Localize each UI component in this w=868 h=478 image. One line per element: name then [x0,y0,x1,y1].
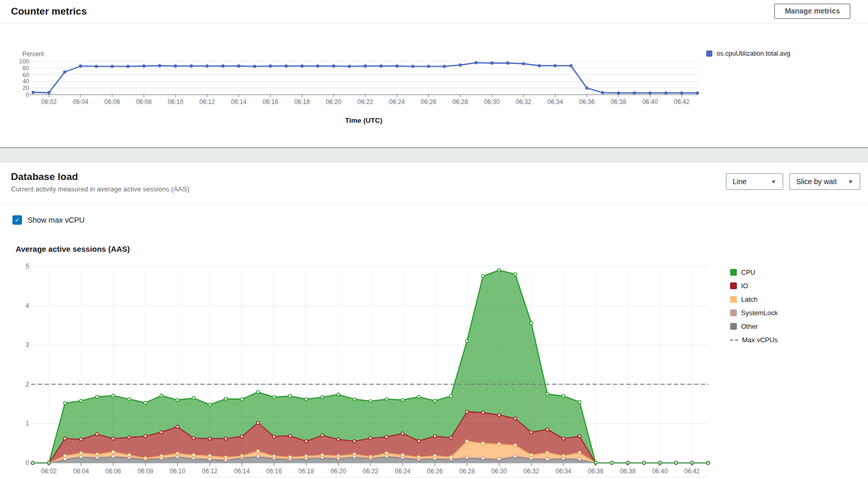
legend-item-other: Other [730,322,778,330]
svg-text:4: 4 [25,302,29,309]
svg-text:06:28: 06:28 [459,468,475,475]
legend-item-max-vcpus: Max vCPUs [730,336,778,344]
performance-insights-page: 020406080100Percent06:0206:0406:0606:080… [0,0,868,478]
svg-text:06:02: 06:02 [41,468,57,475]
svg-text:06:32: 06:32 [524,468,539,475]
svg-text:06:16: 06:16 [263,98,278,106]
database-load-subtitle: Current activity measured in average act… [11,185,189,193]
svg-text:100: 100 [19,58,29,64]
svg-text:06:10: 06:10 [168,98,183,106]
legend-swatch-icon [730,269,737,276]
svg-text:06:32: 06:32 [516,98,531,106]
svg-text:06:36: 06:36 [588,468,604,475]
legend-label: IO [741,282,748,290]
svg-text:06:16: 06:16 [266,468,282,475]
legend-item-systemlock: SystemLock [730,309,778,317]
legend-swatch-icon [730,282,737,289]
chevron-down-icon: ▼ [771,178,776,185]
svg-text:06:22: 06:22 [363,468,378,475]
svg-text:06:06: 06:06 [106,468,121,475]
svg-text:06:14: 06:14 [234,468,250,475]
svg-text:06:42: 06:42 [674,98,690,106]
svg-text:06:14: 06:14 [231,98,247,106]
svg-text:06:26: 06:26 [421,98,437,106]
svg-text:5: 5 [25,263,29,270]
svg-text:60: 60 [22,72,29,78]
svg-text:06:08: 06:08 [136,98,151,106]
svg-text:0: 0 [25,459,29,467]
svg-text:06:30: 06:30 [484,98,500,106]
legend-swatch-icon [730,296,737,303]
counter-metrics-header: Counter metrics [0,0,868,24]
svg-text:06:34: 06:34 [547,98,563,106]
svg-text:06:12: 06:12 [199,98,215,106]
counter-chart-legend: os.cpuUtilization.total.avg [706,50,790,63]
legend-label: Max vCPUs [742,336,778,344]
svg-text:06:24: 06:24 [389,98,405,106]
svg-text:2: 2 [25,381,29,388]
legend-label: CPU [741,268,755,276]
svg-text:06:30: 06:30 [491,468,507,475]
legend-swatch-icon [706,50,712,57]
svg-text:06:12: 06:12 [202,468,218,475]
svg-text:06:40: 06:40 [652,468,668,475]
legend-item-os.cpuUtilization.total.avg: os.cpuUtilization.total.avg [706,50,790,57]
svg-text:06:20: 06:20 [326,98,341,106]
legend-swatch-icon [730,309,737,316]
svg-text:06:28: 06:28 [452,98,468,106]
svg-text:06:36: 06:36 [579,98,595,106]
svg-text:Time (UTC): Time (UTC) [345,117,382,124]
svg-text:06:22: 06:22 [358,98,373,106]
svg-text:1: 1 [25,420,29,427]
svg-text:06:04: 06:04 [73,468,89,475]
svg-text:06:20: 06:20 [330,468,346,475]
svg-text:06:26: 06:26 [427,468,443,475]
svg-text:06:34: 06:34 [556,468,571,475]
legend-label: os.cpuUtilization.total.avg [717,50,790,57]
load-chart-legend: CPUIOLatchSystemLockOtherMax vCPUs [730,268,778,350]
svg-text:06:06: 06:06 [105,98,120,106]
svg-text:06:08: 06:08 [137,468,153,475]
svg-text:06:24: 06:24 [395,468,411,475]
divider [0,204,868,204]
aas-chart-title: Average active sessions (AAS) [16,244,130,253]
legend-item-latch: Latch [730,295,778,303]
section-separator [0,147,868,162]
svg-text:06:38: 06:38 [610,98,626,106]
svg-text:40: 40 [22,78,29,84]
legend-label: Latch [741,295,758,303]
charts-canvas: 020406080100Percent06:0206:0406:0606:080… [0,0,868,478]
svg-text:06:18: 06:18 [298,468,314,475]
manage-metrics-button[interactable]: Manage metrics [774,4,850,19]
show-max-vcpu-checkbox[interactable]: ✓ [12,215,22,225]
legend-swatch-icon [730,323,737,330]
svg-text:06:02: 06:02 [41,98,57,106]
svg-text:06:04: 06:04 [73,98,88,106]
database-load-title: Database load [11,171,78,183]
svg-text:06:42: 06:42 [684,468,700,475]
svg-text:3: 3 [25,341,29,348]
svg-text:Percent: Percent [22,50,44,58]
slice-by-value: Slice by wait [796,177,837,186]
svg-text:0: 0 [26,92,29,98]
svg-text:20: 20 [22,85,29,91]
page-title: Counter metrics [11,6,87,17]
legend-label: SystemLock [741,309,778,317]
legend-item-io: IO [730,282,778,290]
show-max-vcpu-label: Show max vCPU [28,216,85,224]
legend-item-cpu: CPU [730,268,778,276]
legend-label: Other [741,322,758,330]
svg-text:06:38: 06:38 [620,468,635,475]
chevron-down-icon: ▼ [848,178,853,185]
chart-type-value: Line [733,177,746,186]
slice-by-select[interactable]: Slice by wait ▼ [789,173,860,190]
svg-text:06:10: 06:10 [170,468,185,475]
svg-text:06:18: 06:18 [294,98,310,106]
chart-type-select[interactable]: Line ▼ [726,173,783,190]
svg-text:06:40: 06:40 [642,98,658,106]
dashed-line-icon [730,340,738,341]
svg-text:80: 80 [22,65,29,71]
show-max-vcpu-row: ✓ Show max vCPU [12,215,85,225]
